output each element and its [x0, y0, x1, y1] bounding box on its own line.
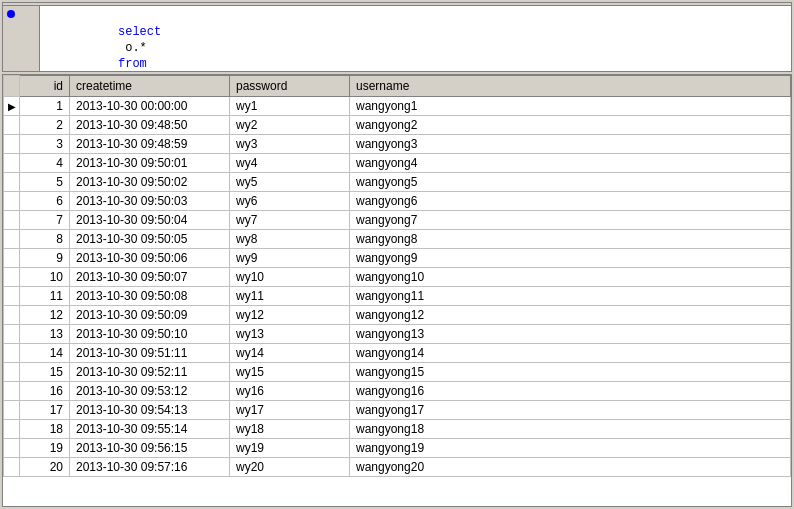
table-row[interactable]: 22013-10-30 09:48:50wy2wangyong2	[4, 116, 791, 135]
cell-createtime: 2013-10-30 09:50:10	[70, 325, 230, 344]
cell-username: wangyong18	[350, 420, 791, 439]
cell-id: 5	[20, 173, 70, 192]
cell-id: 6	[20, 192, 70, 211]
results-table: id createtime password username ▶12013-1…	[3, 75, 791, 477]
table-row[interactable]: 92013-10-30 09:50:06wy9wangyong9	[4, 249, 791, 268]
table-row[interactable]: 162013-10-30 09:53:12wy16wangyong16	[4, 382, 791, 401]
row-indicator	[4, 287, 20, 306]
query-editor: select o.* from ( select * from wyuser) …	[3, 6, 791, 71]
row-indicator	[4, 382, 20, 401]
cell-createtime: 2013-10-30 09:50:09	[70, 306, 230, 325]
cell-id: 3	[20, 135, 70, 154]
cell-password: wy20	[230, 458, 350, 477]
cell-username: wangyong10	[350, 268, 791, 287]
row-indicator	[4, 268, 20, 287]
cell-username: wangyong4	[350, 154, 791, 173]
cell-password: wy12	[230, 306, 350, 325]
col-header-createtime[interactable]: createtime	[70, 76, 230, 97]
table-row[interactable]: 112013-10-30 09:50:08wy11wangyong11	[4, 287, 791, 306]
table-row[interactable]: 42013-10-30 09:50:01wy4wangyong4	[4, 154, 791, 173]
cell-password: wy9	[230, 249, 350, 268]
cell-username: wangyong3	[350, 135, 791, 154]
row-indicator	[4, 344, 20, 363]
row-indicator	[4, 325, 20, 344]
table-row[interactable]: 52013-10-30 09:50:02wy5wangyong5	[4, 173, 791, 192]
cell-createtime: 2013-10-30 09:50:05	[70, 230, 230, 249]
cell-id: 11	[20, 287, 70, 306]
table-row[interactable]: 132013-10-30 09:50:10wy13wangyong13	[4, 325, 791, 344]
cell-username: wangyong14	[350, 344, 791, 363]
cell-username: wangyong13	[350, 325, 791, 344]
row-indicator	[4, 439, 20, 458]
row-indicator	[4, 306, 20, 325]
results-table-wrapper[interactable]: id createtime password username ▶12013-1…	[2, 74, 792, 507]
table-row[interactable]: 32013-10-30 09:48:59wy3wangyong3	[4, 135, 791, 154]
cell-createtime: 2013-10-30 09:57:16	[70, 458, 230, 477]
cell-id: 2	[20, 116, 70, 135]
table-row[interactable]: 192013-10-30 09:56:15wy19wangyong19	[4, 439, 791, 458]
cell-password: wy15	[230, 363, 350, 382]
row-indicator	[4, 211, 20, 230]
cell-createtime: 2013-10-30 09:50:02	[70, 173, 230, 192]
cell-createtime: 2013-10-30 09:50:01	[70, 154, 230, 173]
table-header-row: id createtime password username	[4, 76, 791, 97]
query-area-wrapper: select o.* from ( select * from wyuser) …	[2, 2, 792, 72]
cell-password: wy17	[230, 401, 350, 420]
table-row[interactable]: 202013-10-30 09:57:16wy20wangyong20	[4, 458, 791, 477]
table-row[interactable]: 82013-10-30 09:50:05wy8wangyong8	[4, 230, 791, 249]
cell-password: wy19	[230, 439, 350, 458]
line-numbers	[3, 6, 40, 71]
table-row[interactable]: 172013-10-30 09:54:13wy17wangyong17	[4, 401, 791, 420]
cell-createtime: 2013-10-30 09:53:12	[70, 382, 230, 401]
cell-id: 12	[20, 306, 70, 325]
cell-id: 20	[20, 458, 70, 477]
cell-password: wy6	[230, 192, 350, 211]
cell-username: wangyong5	[350, 173, 791, 192]
cell-createtime: 2013-10-30 09:48:59	[70, 135, 230, 154]
table-row[interactable]: ▶12013-10-30 00:00:00wy1wangyong1	[4, 97, 791, 116]
cell-password: wy18	[230, 420, 350, 439]
col-header-password[interactable]: password	[230, 76, 350, 97]
table-row[interactable]: 72013-10-30 09:50:04wy7wangyong7	[4, 211, 791, 230]
cell-username: wangyong11	[350, 287, 791, 306]
cell-createtime: 2013-10-30 09:50:07	[70, 268, 230, 287]
cell-id: 13	[20, 325, 70, 344]
row-indicator	[4, 135, 20, 154]
query-text-area[interactable]: select o.* from ( select * from wyuser) …	[40, 6, 791, 71]
row-indicator	[4, 363, 20, 382]
sql-from1: from	[118, 57, 147, 71]
cell-username: wangyong17	[350, 401, 791, 420]
table-row[interactable]: 152013-10-30 09:52:11wy15wangyong15	[4, 363, 791, 382]
table-row[interactable]: 182013-10-30 09:55:14wy18wangyong18	[4, 420, 791, 439]
sql-o-star: o.*	[118, 41, 154, 55]
cell-id: 18	[20, 420, 70, 439]
cell-password: wy16	[230, 382, 350, 401]
cell-id: 1	[20, 97, 70, 116]
cell-password: wy4	[230, 154, 350, 173]
cell-password: wy8	[230, 230, 350, 249]
row-indicator	[4, 458, 20, 477]
cell-username: wangyong1	[350, 97, 791, 116]
table-row[interactable]: 102013-10-30 09:50:07wy10wangyong10	[4, 268, 791, 287]
table-row[interactable]: 122013-10-30 09:50:09wy12wangyong12	[4, 306, 791, 325]
cell-id: 8	[20, 230, 70, 249]
row-indicator	[4, 173, 20, 192]
cell-password: wy13	[230, 325, 350, 344]
col-header-id[interactable]: id	[20, 76, 70, 97]
cell-createtime: 2013-10-30 09:50:04	[70, 211, 230, 230]
cell-password: wy10	[230, 268, 350, 287]
cell-password: wy5	[230, 173, 350, 192]
col-header-username[interactable]: username	[350, 76, 791, 97]
row-indicator	[4, 230, 20, 249]
cell-username: wangyong8	[350, 230, 791, 249]
cell-id: 15	[20, 363, 70, 382]
table-body: ▶12013-10-30 00:00:00wy1wangyong122013-1…	[4, 97, 791, 477]
table-row[interactable]: 142013-10-30 09:51:11wy14wangyong14	[4, 344, 791, 363]
cell-password: wy2	[230, 116, 350, 135]
cell-password: wy11	[230, 287, 350, 306]
cell-createtime: 2013-10-30 09:51:11	[70, 344, 230, 363]
table-row[interactable]: 62013-10-30 09:50:03wy6wangyong6	[4, 192, 791, 211]
cell-createtime: 2013-10-30 09:50:03	[70, 192, 230, 211]
cell-id: 10	[20, 268, 70, 287]
line-number-row	[7, 8, 35, 18]
